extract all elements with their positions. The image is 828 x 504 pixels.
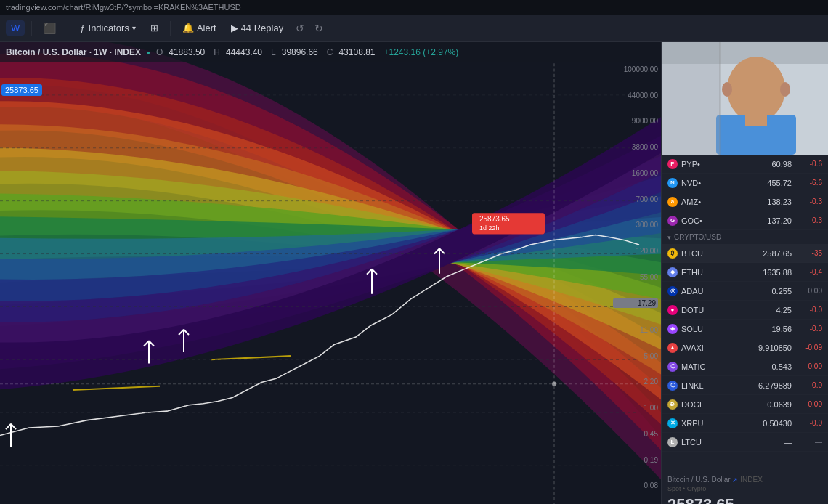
sol-change: -0.0: [795, 325, 822, 333]
toolbar-divider-3: [170, 21, 171, 36]
avax-icon: ▲: [667, 343, 678, 353]
watchlist: P PYP• 60.98 -0.6 N NVD• 455.72 -6.6 a A…: [662, 155, 828, 471]
watchlist-item-doge[interactable]: Ð DOGE 0.0639 -0.00: [662, 395, 828, 414]
webcam-bg: [662, 42, 828, 155]
goc-price: 137.20: [755, 216, 792, 225]
low-label: L: [271, 47, 276, 57]
alert-button[interactable]: 🔔 Alert: [177, 20, 222, 36]
replay-button[interactable]: ▶ 44 Replay: [226, 20, 289, 36]
eth-icon: ◆: [667, 267, 678, 277]
watchlist-item-dot[interactable]: ● DOTU 4.25 -0.0: [662, 301, 828, 320]
price-label: 25873.65: [1, 84, 42, 96]
btc-price: 2587.65: [755, 249, 792, 258]
close-value: 43108.81: [338, 47, 375, 57]
btc-footer-price: 25873.65: [667, 495, 734, 504]
layout-icon: ⊞: [150, 23, 158, 33]
ltc-symbol: LTCU: [681, 438, 755, 447]
indicators-icon: ƒ: [80, 23, 85, 33]
btc-footer-subtitle: Spot • Crypto: [667, 485, 822, 492]
doge-change: -0.00: [795, 400, 822, 408]
right-sidebar: P PYP• 60.98 -0.6 N NVD• 455.72 -6.6 a A…: [661, 42, 828, 504]
high-label: H: [214, 47, 220, 57]
avax-change: -0.09: [795, 344, 822, 351]
watchlist-item-btc[interactable]: ₿ BTCU 2587.65 -35: [662, 244, 828, 263]
link-price: 6.279889: [755, 381, 792, 390]
indicators-label: Indicators: [89, 23, 129, 33]
eth-symbol: ETHU: [681, 268, 755, 277]
chart-type-button[interactable]: ⬛: [38, 20, 61, 36]
svg-text:1d 22h: 1d 22h: [479, 224, 499, 232]
chart-info-bar: Bitcoin / U.S. Dollar · 1W · INDEX ● O 4…: [0, 42, 661, 62]
dot-icon: ●: [667, 305, 678, 315]
amz-change: -0.3: [795, 198, 822, 206]
sol-icon: ◈: [667, 324, 678, 334]
alert-icon: 🔔: [182, 23, 194, 33]
layout-button[interactable]: ⊞: [145, 20, 163, 36]
btc-footer-name: Bitcoin / U.S. Dollar: [667, 476, 731, 484]
chart-area[interactable]: Bitcoin / U.S. Dollar · 1W · INDEX ● O 4…: [0, 42, 661, 504]
avax-symbol: AVAXI: [681, 344, 755, 352]
watchlist-item-amz[interactable]: a AMZ• 138.23 -0.3: [662, 192, 828, 211]
crypto-section-header: ▾ CRYPTO/USD: [662, 230, 828, 244]
watchlist-item-avax[interactable]: ▲ AVAXI 9.910850 -0.09: [662, 338, 828, 357]
change-value: +1243.16 (+2.97%): [384, 47, 459, 57]
pyp-icon: P: [667, 159, 678, 169]
watchlist-item-link[interactable]: ⬡ LINKL 6.279889 -0.0: [662, 376, 828, 395]
watchlist-item-nvd[interactable]: N NVD• 455.72 -6.6: [662, 174, 828, 192]
open-value: 41883.50: [169, 47, 205, 57]
matic-icon: ⬡: [667, 362, 678, 372]
link-change: -0.0: [795, 381, 822, 389]
timeframe-label: W: [11, 23, 20, 33]
amz-symbol: AMZ•: [681, 198, 755, 206]
open-label: O: [156, 47, 163, 57]
watchlist-item-matic[interactable]: ⬡ MATIC 0.543 -0.00: [662, 357, 828, 376]
svg-text:25873.65: 25873.65: [479, 215, 510, 223]
btc-price-row: 25873.65 USD: [667, 495, 822, 504]
rainbow-chart-svg: 25873.65 1d 22h: [0, 42, 661, 504]
xrp-symbol: XRPU: [681, 419, 755, 428]
pyp-change: -0.6: [795, 160, 822, 168]
undo-button[interactable]: ↺: [293, 21, 307, 36]
watchlist-item-goc[interactable]: G GOC• 137.20 -0.3: [662, 211, 828, 230]
eth-price: 1635.88: [755, 268, 792, 277]
main-layout: Bitcoin / U.S. Dollar · 1W · INDEX ● O 4…: [0, 42, 828, 504]
sol-price: 19.56: [755, 325, 792, 333]
pyp-symbol: PYP•: [681, 160, 755, 168]
svg-point-38: [780, 82, 790, 97]
crypto-section-label: CRYPTO/USD: [674, 233, 721, 241]
redo-button[interactable]: ↻: [312, 21, 326, 36]
watchlist-item-xrp[interactable]: ✕ XRPU 0.50430 -0.0: [662, 414, 828, 433]
svg-rect-39: [662, 42, 720, 155]
watchlist-item-sol[interactable]: ◈ SOLU 19.56 -0.0: [662, 320, 828, 338]
watchlist-item-ltc[interactable]: Ł LTCU — —: [662, 433, 828, 452]
pyp-price: 60.98: [755, 160, 792, 168]
svg-point-37: [722, 82, 732, 97]
link-symbol: LINKL: [681, 381, 755, 390]
watchlist-item-ada[interactable]: ◎ ADAU 0.255 0.00: [662, 282, 828, 301]
amz-price: 138.23: [755, 198, 792, 206]
toolbar: W ⬛ ƒ Indicators ▾ ⊞ 🔔 Alert ▶ 44 Replay…: [0, 15, 828, 42]
doge-price: 0.0639: [755, 400, 792, 409]
xrp-icon: ✕: [667, 418, 678, 428]
indicators-button[interactable]: ƒ Indicators ▾: [75, 20, 141, 36]
watchlist-item-eth[interactable]: ◆ ETHU 1635.88 -0.4: [662, 263, 828, 282]
doge-icon: Ð: [667, 399, 678, 410]
nvd-change: -6.6: [795, 179, 822, 187]
sol-symbol: SOLU: [681, 325, 755, 333]
link-icon: ⬡: [667, 381, 678, 391]
nvd-symbol: NVD•: [681, 179, 755, 187]
nvd-price: 455.72: [755, 179, 792, 187]
matic-price: 0.543: [755, 362, 792, 371]
btc-index-link-icon: ↗: [732, 476, 738, 484]
toolbar-divider-1: [31, 21, 32, 36]
btc-icon: ₿: [667, 248, 678, 259]
matic-symbol: MATIC: [681, 362, 755, 371]
chevron-down-icon: ▾: [132, 24, 136, 32]
matic-change: -0.00: [795, 362, 822, 370]
ada-price: 0.255: [755, 287, 792, 296]
ltc-icon: Ł: [667, 437, 678, 447]
timeframe-week-button[interactable]: W: [6, 20, 25, 36]
avax-price: 9.910850: [755, 344, 792, 352]
webcam-area: [662, 42, 828, 155]
watchlist-item-pyp[interactable]: P PYP• 60.98 -0.6: [662, 155, 828, 174]
